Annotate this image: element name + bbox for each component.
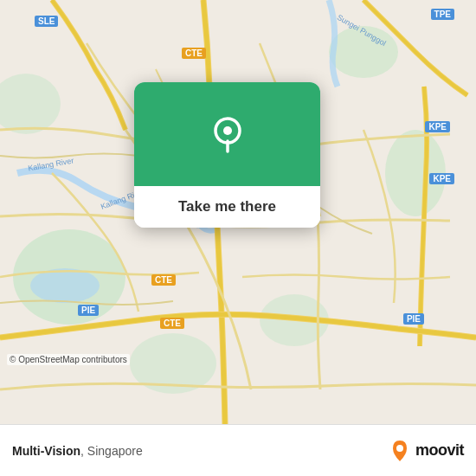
- map-label-cte2: CTE: [151, 274, 176, 286]
- svg-point-9: [223, 126, 232, 135]
- popup-header: [134, 82, 320, 186]
- svg-point-7: [30, 268, 100, 303]
- map-label-cte3: CTE: [160, 318, 184, 329]
- map-label-cte1: CTE: [182, 48, 206, 59]
- location-pin-icon: [205, 112, 250, 157]
- map-container: SLE TPE CTE CTE CTE KPE KPE PIE PIE Kall…: [0, 0, 476, 424]
- svg-point-10: [396, 445, 403, 452]
- location-name: Multi-Vision, Singapore: [12, 444, 143, 458]
- map-label-pie1: PIE: [78, 305, 99, 316]
- map-attribution: © OpenStreetMap contributors: [7, 354, 130, 365]
- map-label-pie2: PIE: [403, 313, 424, 325]
- map-label-kpe2: KPE: [429, 173, 454, 184]
- map-label-tpe: TPE: [431, 9, 454, 20]
- moovit-logo: moovit: [388, 439, 464, 463]
- moovit-brand-icon: [388, 439, 412, 463]
- moovit-brand-text: moovit: [415, 441, 464, 460]
- bottom-bar: Multi-Vision, Singapore moovit: [0, 424, 476, 476]
- map-label-kpe1: KPE: [425, 121, 450, 132]
- take-me-there-label: Take me there: [178, 198, 276, 215]
- map-label-sle: SLE: [35, 16, 58, 27]
- popup-card: Take me there: [134, 82, 320, 228]
- location-info: Multi-Vision, Singapore: [12, 444, 143, 458]
- take-me-there-button[interactable]: Take me there: [134, 186, 320, 228]
